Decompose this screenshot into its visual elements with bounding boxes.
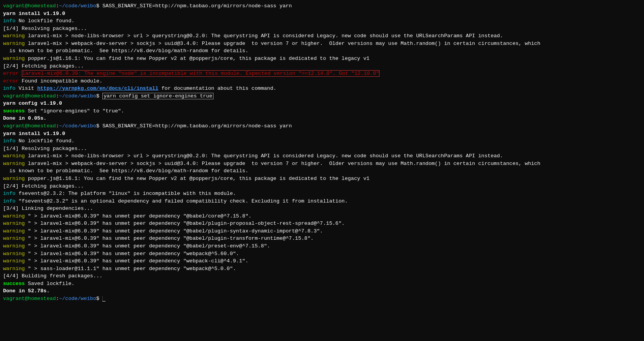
line-17: vagrant@homestead:~/code/weibo$ SASS_BIN…	[3, 122, 641, 130]
line-13: vagrant@homestead:~/code/weibo$ yarn con…	[3, 92, 641, 100]
line-35: warning " > laravel-mix@6.0.39" has unme…	[3, 257, 641, 265]
line-21: warning laravel-mix > node-libs-browser …	[3, 152, 641, 160]
line-41: vagrant@homestead:~/code/weibo$ █	[3, 295, 641, 303]
line-5: warning laravel-mix > node-libs-browser …	[3, 32, 641, 40]
line-23: is known to be problematic. See https://…	[3, 167, 641, 175]
line-28: [3/4] Linking dependencies...	[3, 205, 641, 213]
line-7: is known to be problematic. See https://…	[3, 47, 641, 55]
prompt-user-1: vagrant@homestead	[3, 3, 56, 9]
prompt-dir-2: ~/code/weibo	[59, 93, 96, 99]
line-2: yarn install v1.19.0	[3, 10, 641, 18]
line-14: yarn config v1.19.0	[3, 100, 641, 107]
line-31: warning " > laravel-mix@6.0.39" has unme…	[3, 227, 641, 235]
prompt-user-2: vagrant@homestead	[3, 93, 56, 99]
prompt-user-4: vagrant@homestead	[3, 296, 56, 301]
line-18: yarn install v1.19.0	[3, 130, 641, 138]
line-16: Done in 0.05s.	[3, 115, 641, 122]
prompt-dir-4: ~/code/weibo	[59, 296, 96, 301]
line-29: warning " > laravel-mix@6.0.39" has unme…	[3, 213, 641, 220]
line-8: warning popper.js@1.16.1: You can find t…	[3, 55, 641, 63]
line-6: warning laravel-mix > webpack-dev-server…	[3, 40, 641, 48]
line-22: warning laravel-mix > webpack-dev-server…	[3, 160, 641, 168]
line-15: success Set "ignore-engines" to "true".	[3, 107, 641, 115]
line-34: warning " > laravel-mix@6.0.39" has unme…	[3, 250, 641, 258]
prompt-dir-3: ~/code/weibo	[59, 123, 96, 129]
cursor: █	[102, 296, 105, 301]
line-3: info No lockfile found.	[3, 17, 641, 25]
line-20: [1/4] Resolving packages...	[3, 145, 641, 153]
line-11: error Found incompatible module.	[3, 77, 641, 85]
line-10: error laravel-mix@6.0.39: The engine "no…	[3, 70, 641, 77]
line-33: warning " > laravel-mix@6.0.39" has unme…	[3, 242, 641, 250]
line-27: info "fsevents@2.3.2" is an optional dep…	[3, 198, 641, 205]
line-24: warning popper.js@1.16.1: You can find t…	[3, 175, 641, 183]
line-19: info No lockfile found.	[3, 137, 641, 145]
line-12: info Visit https://yarnpkg.com/en/docs/c…	[3, 85, 641, 92]
prompt-user-3: vagrant@homestead	[3, 123, 56, 129]
line-36: warning " > sass-loader@11.1.1" has unme…	[3, 265, 641, 273]
terminal-window: vagrant@homestead:~/code/weibo$ SASS_BIN…	[3, 2, 641, 303]
line-40: Done in 52.78s.	[3, 287, 641, 295]
prompt-dir-1: ~/code/weibo	[59, 3, 96, 9]
line-32: warning " > laravel-mix@6.0.39" has unme…	[3, 235, 641, 242]
line-9: [2/4] Fetching packages...	[3, 63, 641, 70]
line-25: [2/4] Fetching packages...	[3, 183, 641, 190]
line-4: [1/4] Resolving packages...	[3, 25, 641, 33]
line-38: [4/4] Building fresh packages...	[3, 272, 641, 280]
line-39: success Saved lockfile.	[3, 280, 641, 288]
error-box-1: laravel-mix@6.0.39: The engine "node" is…	[22, 70, 380, 77]
line-30: warning " > laravel-mix@6.0.39" has unme…	[3, 220, 641, 227]
line-26: info fsevents@2.3.2: The platform "linux…	[3, 190, 641, 198]
line-1: vagrant@homestead:~/code/weibo$ SASS_BIN…	[3, 2, 641, 10]
cmd-box-1: yarn config set ignore-engines true	[102, 93, 214, 99]
